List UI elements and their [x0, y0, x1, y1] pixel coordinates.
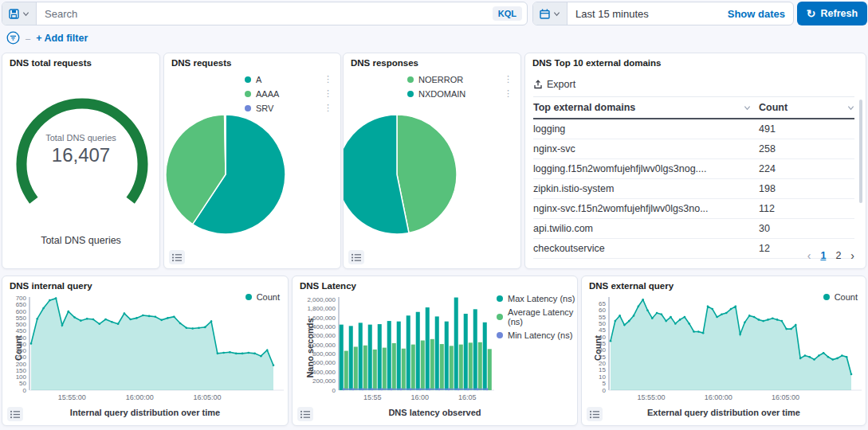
time-range-value[interactable]: Last 15 minutes [568, 2, 720, 25]
column-header-label: Count [759, 102, 787, 113]
export-icon [533, 80, 543, 89]
x-axis-title: External query distribution over time [582, 408, 866, 417]
legend-item-menu-icon[interactable]: ⋮ [322, 88, 334, 99]
legend-item[interactable]: NOERROR⋮ [407, 74, 514, 84]
page-button-1[interactable]: 1 [820, 250, 826, 261]
column-header-label: Top external domains [533, 102, 635, 113]
x-axis-title: DNS latency observed [293, 408, 577, 417]
column-header-count[interactable]: Count [759, 97, 854, 118]
legend-item[interactable]: A⋮ [245, 74, 334, 84]
filter-icon[interactable] [6, 31, 20, 45]
legend-item[interactable]: Min Latency (ns) [497, 330, 576, 340]
svg-text:400,000: 400,000 [312, 369, 336, 376]
add-filter-link[interactable]: + Add filter [36, 33, 88, 44]
legend-item[interactable]: AAAA⋮ [245, 88, 334, 99]
page-numbers: 12 [820, 250, 841, 261]
calendar-button[interactable] [533, 2, 568, 25]
search-input[interactable] [37, 2, 493, 25]
panel-title: DNS Top 10 external domains [532, 58, 661, 68]
sort-chevron-icon[interactable] [847, 104, 854, 111]
table-scrollbar[interactable] [859, 100, 862, 203]
show-dates-link[interactable]: Show dates [720, 2, 793, 25]
legend-label: Max Latency (ns) [508, 294, 575, 303]
svg-text:200,000: 200,000 [312, 377, 336, 385]
dns-responses-pie-chart[interactable] [344, 69, 522, 270]
list-icon [172, 253, 183, 262]
export-label: Export [547, 79, 575, 90]
legend-item[interactable]: NXDOMAIN⋮ [407, 88, 514, 99]
save-icon [9, 9, 19, 19]
list-icon [352, 253, 362, 262]
svg-text:800,000: 800,000 [312, 350, 336, 358]
legend-item[interactable]: SRV⋮ [245, 103, 334, 113]
legend-item-menu-icon[interactable]: ⋮ [322, 103, 334, 113]
export-button[interactable]: Export [533, 79, 575, 90]
filter-divider: – [26, 33, 30, 43]
svg-text:16:05:00: 16:05:00 [193, 393, 221, 401]
refresh-button[interactable]: ↻ Refresh [797, 2, 867, 25]
requests-legend: A⋮AAAA⋮SRV⋮ [245, 74, 334, 113]
latency-bar-chart[interactable]: 0200,000400,000600,000800,0001,000,0001,… [297, 292, 495, 402]
page-button-2[interactable]: 2 [835, 250, 841, 261]
legend-toggle-button[interactable] [348, 250, 364, 264]
legend-dot [245, 76, 251, 83]
svg-text:16:05: 16:05 [458, 393, 477, 401]
domain-cell: logging [533, 119, 759, 139]
legend-item[interactable]: Count [245, 292, 280, 302]
svg-text:50: 50 [19, 380, 26, 387]
count-cell: 491 [759, 119, 854, 139]
svg-text:500: 500 [16, 321, 27, 328]
legend-item[interactable]: Max Latency (ns) [497, 294, 576, 303]
legend-item[interactable]: Average Latency (ns) [497, 307, 576, 326]
legend-dot [245, 105, 251, 111]
panel-title: DNS Latency [300, 281, 356, 291]
svg-text:55: 55 [599, 314, 606, 321]
internal-legend: Count [245, 292, 280, 302]
legend-dot [497, 332, 503, 338]
legend-toggle-button[interactable] [587, 407, 603, 421]
table-row: zipkin.istio-system198 [533, 179, 854, 199]
legend-dot [407, 91, 414, 97]
count-cell: 258 [759, 139, 854, 158]
gauge-center: Total DNS queries 16,407 [2, 133, 159, 166]
svg-text:300: 300 [16, 347, 27, 354]
svg-text:35: 35 [599, 340, 606, 347]
legend-toggle-button[interactable] [7, 407, 23, 421]
svg-text:2,000,000: 2,000,000 [307, 296, 336, 303]
panel-dns-requests: DNS requests A⋮AAAA⋮SRV⋮ [163, 53, 341, 269]
saved-query-button[interactable] [2, 2, 37, 25]
legend-item-menu-icon[interactable]: ⋮ [502, 74, 514, 84]
domain-cell: api.twilio.com [533, 219, 759, 238]
domains-table: Top external domains Count logging491ngi… [533, 96, 854, 259]
svg-text:400: 400 [16, 334, 27, 342]
next-page-button[interactable]: › [850, 249, 854, 262]
table-row: nginx-svc258 [533, 139, 854, 159]
svg-text:5: 5 [603, 380, 607, 387]
legend-item-menu-icon[interactable]: ⋮ [502, 88, 514, 99]
svg-text:15:55: 15:55 [363, 393, 382, 401]
list-icon [10, 410, 21, 419]
table-row: logging491 [533, 119, 854, 139]
column-header-domains[interactable]: Top external domains [533, 97, 759, 118]
count-cell: 224 [759, 159, 854, 178]
legend-dot [245, 91, 251, 97]
date-picker-bar: Last 15 minutes Show dates [532, 2, 794, 25]
legend-toggle-button[interactable] [169, 250, 185, 264]
legend-item[interactable]: Count [823, 292, 858, 302]
chevron-down-icon [553, 10, 560, 18]
chevron-down-icon [22, 10, 29, 18]
kql-button[interactable]: KQL [493, 6, 522, 21]
internal-query-area-chart[interactable]: 0501001502002503003504004505005506006507… [6, 292, 285, 402]
svg-text:40: 40 [599, 334, 606, 341]
svg-text:20: 20 [599, 360, 606, 367]
sort-chevron-icon[interactable] [744, 104, 751, 111]
svg-text:150: 150 [16, 367, 27, 374]
panel-title: DNS external query [589, 281, 674, 291]
external-query-area-chart[interactable]: 0510152025303540455055606515:55:0016:00:… [585, 292, 862, 402]
svg-text:600: 600 [16, 308, 27, 315]
legend-toggle-button[interactable] [297, 407, 313, 421]
svg-text:15:55:00: 15:55:00 [638, 393, 666, 401]
legend-item-menu-icon[interactable]: ⋮ [322, 74, 334, 84]
prev-page-button[interactable]: ‹ [807, 249, 811, 262]
refresh-label: Refresh [821, 8, 858, 19]
